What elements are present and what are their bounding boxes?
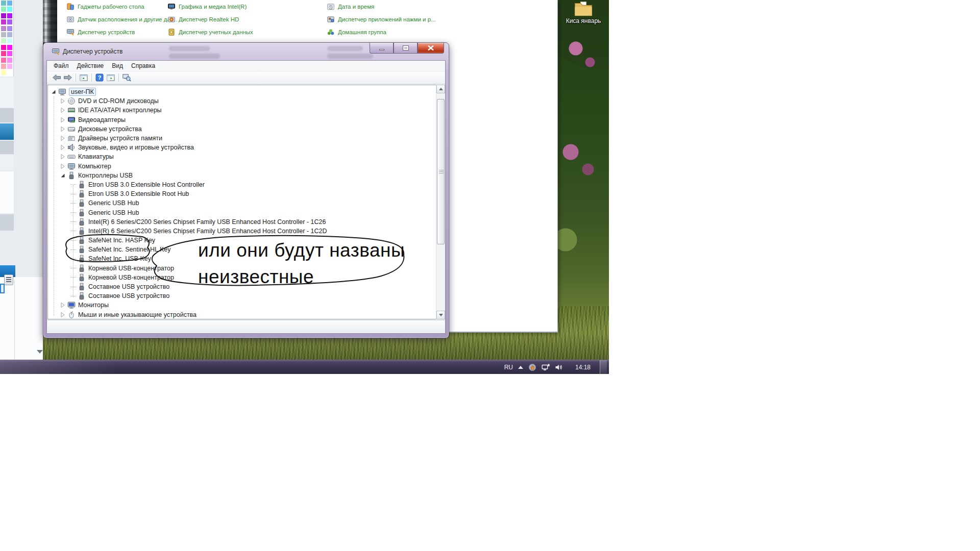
palette-swatch[interactable]	[7, 45, 12, 50]
show-console-tree-icon[interactable]	[78, 72, 89, 83]
back-arrow-icon[interactable]	[51, 72, 62, 83]
taskbar[interactable]: RU 14:18	[0, 360, 609, 374]
expander-expanded-icon[interactable]	[51, 89, 56, 95]
scan-hardware-icon[interactable]	[121, 72, 132, 83]
palette-swatch[interactable]	[1, 1, 6, 6]
expander-collapsed-icon[interactable]	[60, 107, 65, 113]
expander-collapsed-icon[interactable]	[60, 98, 65, 104]
desktop-folder-kisa[interactable]: Киса январь	[564, 1, 603, 24]
tree-item[interactable]: DVD и CD-ROM дисководы	[48, 96, 435, 106]
control-panel-item[interactable]: Домашняя группа	[327, 28, 386, 37]
palette-swatch[interactable]	[7, 7, 12, 12]
palette-swatch[interactable]	[7, 38, 12, 43]
tree-item[interactable]: Компьютер	[48, 162, 435, 171]
palette-swatch[interactable]	[1, 19, 6, 24]
palette-swatch[interactable]	[1, 38, 6, 43]
palette-swatch[interactable]	[7, 1, 12, 6]
control-panel-item[interactable]: Датчик расположения и другие дат...	[66, 15, 177, 24]
tree-item[interactable]: Etron USB 3.0 Extensible Root Hub	[48, 189, 435, 198]
expander-collapsed-icon[interactable]	[60, 117, 65, 123]
palette-swatch[interactable]	[1, 70, 6, 75]
tree-item[interactable]: Контроллеры USB	[48, 171, 435, 180]
palette-swatch[interactable]	[1, 64, 6, 69]
tree-item[interactable]: Intel(R) 6 Series/C200 Series Chipset Fa…	[48, 227, 435, 236]
help-icon[interactable]	[94, 72, 105, 83]
control-panel-item[interactable]: Дата и время	[327, 2, 374, 11]
tree-item[interactable]: user-ПК	[48, 87, 435, 96]
tree-item[interactable]: Составное USB устройство	[48, 291, 435, 300]
palette-swatch[interactable]	[7, 32, 12, 37]
tree-item[interactable]: Generic USB Hub	[48, 198, 435, 208]
palette-swatch[interactable]	[1, 7, 6, 12]
language-indicator[interactable]: RU	[504, 364, 513, 371]
scroll-down-icon[interactable]	[37, 350, 43, 354]
show-desktop-button[interactable]	[600, 360, 607, 374]
control-panel-item[interactable]: Графика и медиа Intel(R)	[167, 2, 247, 11]
tree-connector	[70, 268, 76, 268]
expander-collapsed-icon[interactable]	[60, 312, 65, 318]
forward-arrow-icon[interactable]	[62, 72, 74, 83]
palette-swatch[interactable]	[1, 51, 6, 56]
scrollbar-thumb[interactable]	[437, 99, 445, 244]
palette-swatch[interactable]	[1, 26, 6, 31]
palette-swatch[interactable]	[1, 45, 6, 50]
tree-item[interactable]: Клавиатуры	[48, 152, 435, 161]
expander-collapsed-icon[interactable]	[60, 154, 65, 160]
palette-swatch[interactable]	[1, 13, 6, 18]
palette-swatch[interactable]	[7, 26, 12, 31]
palette-swatch[interactable]	[7, 70, 12, 75]
control-panel-item[interactable]: Диспетчер Realtek HD	[167, 15, 239, 24]
expander-collapsed-icon[interactable]	[60, 126, 65, 132]
maximize-button[interactable]	[394, 43, 418, 54]
tree-item[interactable]: Generic USB Hub	[48, 208, 435, 217]
expander-collapsed-icon[interactable]	[60, 302, 65, 308]
hand-app-icon[interactable]	[528, 363, 536, 371]
palette-swatch[interactable]	[7, 58, 12, 63]
panel-blue-button[interactable]	[0, 123, 14, 140]
minimize-button[interactable]	[370, 43, 394, 54]
palette-swatch[interactable]	[7, 13, 12, 18]
tree-item[interactable]: Звуковые, видео и игровые устройства	[48, 143, 435, 152]
expander-expanded-icon[interactable]	[60, 172, 65, 179]
palette-swatch[interactable]	[7, 64, 12, 69]
palette-swatch[interactable]	[7, 51, 12, 56]
control-panel-item[interactable]: Диспетчер приложений нажми и р...	[327, 15, 436, 24]
expander-collapsed-icon[interactable]	[60, 135, 65, 141]
tree-item[interactable]: Intel(R) 6 Series/C200 Series Chipset Fa…	[48, 217, 435, 227]
credential-manager-icon	[167, 28, 176, 36]
tree-scrollbar[interactable]	[436, 85, 445, 319]
tree-item[interactable]: Etron USB 3.0 Extensible Host Controller	[48, 180, 435, 189]
control-panel-item[interactable]: Гаджеты рабочего стола	[66, 2, 144, 11]
usb-icon	[78, 181, 86, 189]
close-button[interactable]	[418, 43, 444, 54]
expander-collapsed-icon[interactable]	[60, 144, 65, 151]
tree-item[interactable]: Дисковые устройства	[48, 124, 435, 134]
list-button[interactable]	[4, 274, 13, 285]
control-panel-item[interactable]: Диспетчер учетных данных	[167, 28, 253, 37]
tree-item[interactable]: Драйверы устройств памяти	[48, 134, 435, 143]
tree-item[interactable]: Мыши и иные указывающие устройства	[48, 310, 435, 319]
hidden-icons-arrow-icon[interactable]	[518, 366, 523, 369]
menu-item-action[interactable]: Действие	[73, 61, 108, 70]
volume-icon[interactable]	[555, 363, 563, 371]
device-manager-icon	[52, 47, 60, 56]
tree-item[interactable]: IDE ATA/ATAPI контроллеры	[48, 106, 435, 115]
control-panel-item[interactable]: Диспетчер устройств	[66, 28, 135, 37]
click-to-run-icon	[327, 15, 335, 23]
menu-item-view[interactable]: Вид	[108, 61, 127, 70]
menu-item-file[interactable]: Файл	[50, 61, 73, 70]
network-icon[interactable]	[542, 363, 550, 371]
tree-item[interactable]: Мониторы	[48, 300, 435, 310]
palette-swatch[interactable]	[1, 32, 6, 37]
expander-collapsed-icon[interactable]	[60, 163, 65, 169]
scroll-up-icon[interactable]	[436, 85, 445, 93]
scroll-down-icon[interactable]	[436, 311, 445, 319]
show-action-pane-icon[interactable]	[105, 72, 116, 83]
thumbnail-fragment[interactable]	[0, 284, 5, 293]
device-manager-titlebar[interactable]: Диспетчер устройств	[43, 43, 449, 60]
menu-item-help[interactable]: Справка	[127, 61, 159, 70]
tree-item[interactable]: Видеоадаптеры	[48, 115, 435, 124]
palette-swatch[interactable]	[1, 58, 6, 63]
palette-swatch[interactable]	[7, 19, 12, 24]
taskbar-clock[interactable]: 14:18	[575, 364, 591, 371]
